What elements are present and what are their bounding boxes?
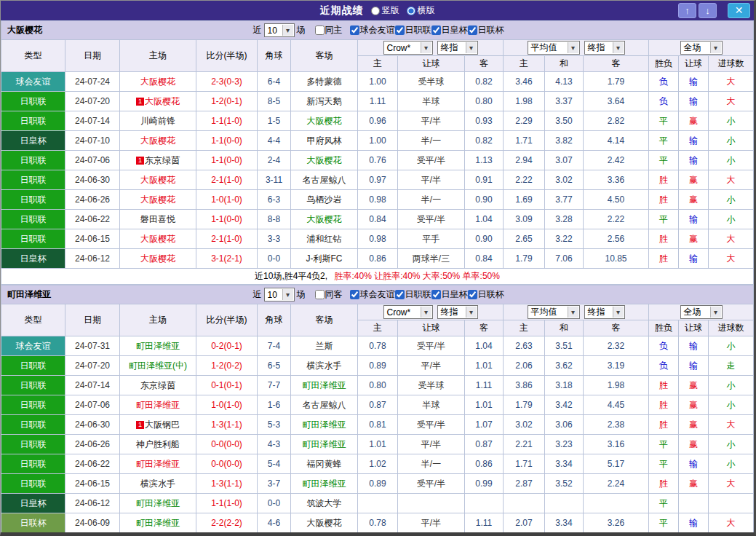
team-name[interactable]: 名古屋鲸八 — [303, 175, 346, 185]
league-filter-j1[interactable]: 日职联 — [395, 24, 431, 36]
team-name[interactable]: 町田泽维亚 — [136, 498, 180, 508]
team-name[interactable]: 町田泽维亚 — [303, 439, 346, 449]
league-filter-j1-input[interactable] — [395, 25, 405, 35]
away-team-cell: 名古屋鲸八 — [291, 170, 358, 190]
home-team-cell: 大阪樱花 — [120, 229, 196, 249]
avg-away-odds: 2.32 — [584, 336, 649, 356]
league-filter-league-cup[interactable]: 日联杯 — [468, 24, 504, 36]
europe-odds-select[interactable]: 平均值 — [528, 305, 580, 319]
avg-home-odds: 1.79 — [504, 249, 545, 269]
result-goals: 大 — [709, 229, 754, 249]
league-filter-friendly[interactable]: 球会友谊 — [350, 288, 395, 301]
league-filter-friendly-input[interactable] — [350, 25, 359, 35]
league-filter-emperor-cup-input[interactable] — [431, 25, 441, 35]
team-name[interactable]: 大阪樱花 — [140, 253, 175, 264]
team-name[interactable]: 川崎前锋 — [140, 116, 175, 126]
team-name[interactable]: 町田泽维亚 — [136, 518, 180, 528]
avg-home-odds: 2.21 — [504, 435, 545, 454]
europe-stage-select[interactable]: 终指 — [584, 41, 625, 55]
match-count-select[interactable]: 10 — [264, 23, 295, 37]
team-name[interactable]: 磐田喜悦 — [140, 214, 175, 224]
same-venue-checkbox[interactable]: 同主 — [315, 24, 343, 36]
same-venue-checkbox-input[interactable] — [315, 25, 325, 35]
avg-home-odds: 3.02 — [504, 415, 545, 435]
team-name[interactable]: 大阪钢巴 — [145, 419, 180, 430]
team-name[interactable]: 浦和红钻 — [307, 234, 342, 244]
team-name[interactable]: 兰斯 — [316, 341, 333, 351]
league-filter-j1-input[interactable] — [395, 290, 405, 299]
bookmaker-select[interactable]: Crow* — [383, 41, 433, 55]
layout-vertical-radio-input[interactable] — [371, 7, 380, 15]
league-filter-emperor-cup-input[interactable] — [431, 290, 441, 299]
team-name[interactable]: 大阪樱花 — [307, 518, 342, 528]
layout-vertical-radio[interactable]: 竖版 — [371, 4, 399, 17]
team-name[interactable]: 大阪樱花 — [140, 194, 175, 205]
team-name[interactable]: 东京绿茵 — [145, 155, 180, 165]
col-europe-home: 主 — [504, 56, 545, 72]
same-venue-checkbox-input[interactable] — [315, 290, 325, 299]
team-name[interactable]: 町田泽维亚 — [136, 341, 180, 351]
move-down-button[interactable]: ↓ — [699, 3, 717, 18]
scope-select[interactable]: 全场 — [680, 305, 723, 319]
result-win-draw-loss: 平 — [649, 151, 679, 170]
corner-score: 3-7 — [258, 474, 291, 494]
match-count-select[interactable]: 10 — [264, 288, 295, 302]
team-name[interactable]: 町田泽维亚 — [303, 380, 346, 390]
asian-stage-select[interactable]: 终指 — [437, 41, 478, 55]
team-name[interactable]: 大阪樱花 — [140, 135, 175, 146]
team-name[interactable]: 福冈黄蜂 — [307, 459, 342, 469]
team-name[interactable]: 横滨水手 — [307, 360, 342, 371]
scope-select[interactable]: 全场 — [680, 41, 723, 55]
team-name[interactable]: 町田泽维亚 — [136, 459, 180, 469]
result-win-draw-loss: 负 — [649, 72, 679, 92]
league-filter-league-cup[interactable]: 日联杯 — [468, 288, 504, 301]
same-venue-checkbox[interactable]: 同客 — [315, 288, 343, 301]
league-filter-emperor-cup[interactable]: 日皇杯 — [431, 288, 468, 301]
team-name[interactable]: 甲府风林 — [307, 135, 342, 146]
league-filter-j1[interactable]: 日职联 — [395, 288, 431, 301]
team-name[interactable]: 町田泽维亚 — [136, 400, 180, 410]
summary-row: 近10场,胜4平4负2, 胜率:40% 让胜率:40% 大率:50% 单率:50… — [1, 269, 754, 285]
filter-controls: 近 10 场 同主 球会友谊 日职联 日皇杯 — [251, 23, 504, 37]
close-button[interactable]: ✕ — [728, 3, 750, 18]
league-filter-league-cup-input[interactable] — [468, 25, 477, 35]
layout-horizontal-radio[interactable]: 横版 — [407, 4, 435, 17]
team-name[interactable]: 筑波大学 — [307, 498, 342, 508]
home-team-cell: 町田泽维亚 — [120, 454, 196, 474]
league-filter-emperor-cup[interactable]: 日皇杯 — [431, 24, 468, 36]
europe-odds-select[interactable]: 平均值 — [528, 41, 580, 55]
result-goals: 小 — [709, 151, 754, 170]
league-filter-friendly-input[interactable] — [350, 290, 359, 299]
team-name[interactable]: 鸟栖沙岩 — [307, 194, 342, 205]
league-filter-friendly[interactable]: 球会友谊 — [350, 24, 395, 36]
team-name[interactable]: 新泻天鹅 — [307, 96, 342, 106]
result-handicap: 输 — [679, 454, 709, 474]
result-win-draw-loss: 负 — [649, 356, 679, 376]
match-type-badge: 日职联 — [1, 435, 65, 454]
team-name[interactable]: 大阪樱花 — [140, 234, 175, 244]
team-name[interactable]: 町田泽维亚 — [303, 419, 346, 430]
avg-draw-odds: 3.51 — [545, 336, 584, 356]
team-name[interactable]: 神户胜利船 — [136, 439, 180, 449]
result-handicap: 输 — [679, 92, 709, 111]
team-name[interactable]: 大阪樱花 — [140, 76, 175, 87]
team-name[interactable]: 大阪樱花 — [145, 96, 180, 106]
league-filter-league-cup-input[interactable] — [468, 290, 477, 299]
move-up-button[interactable]: ↑ — [678, 3, 696, 18]
team-name[interactable]: 横滨水手 — [140, 478, 175, 489]
team-name[interactable]: 大阪樱花 — [307, 155, 342, 165]
team-name[interactable]: 町田泽维亚(中) — [129, 360, 187, 371]
team-name[interactable]: J-利斯FC — [306, 253, 343, 264]
team-name[interactable]: 大阪樱花 — [140, 175, 175, 185]
team-name[interactable]: 大阪樱花 — [307, 214, 342, 224]
team-name[interactable]: 名古屋鲸八 — [303, 400, 346, 410]
layout-horizontal-radio-input[interactable] — [407, 7, 415, 15]
team-name[interactable]: 多特蒙德 — [307, 76, 342, 87]
team-name[interactable]: 东京绿茵 — [140, 380, 175, 390]
corner-score: 3-11 — [258, 170, 291, 190]
team-name[interactable]: 大阪樱花 — [307, 116, 342, 126]
europe-stage-select[interactable]: 终指 — [584, 305, 625, 319]
bookmaker-select[interactable]: Crow* — [383, 305, 433, 319]
asian-stage-select[interactable]: 终指 — [437, 305, 478, 319]
team-name[interactable]: 町田泽维亚 — [303, 478, 346, 489]
